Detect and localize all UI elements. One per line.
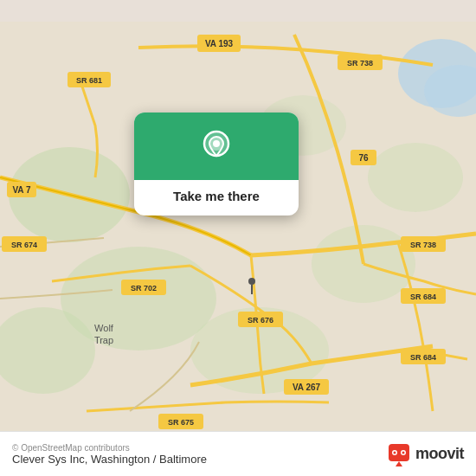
svg-text:76: 76 [358, 153, 369, 163]
moovit-wordmark: moovit [415, 445, 464, 463]
moovit-logo[interactable]: moovit [387, 442, 464, 466]
svg-point-44 [213, 140, 220, 147]
svg-text:SR 684: SR 684 [410, 353, 436, 362]
location-pin-icon [197, 128, 235, 166]
svg-rect-46 [389, 444, 409, 461]
take-me-there-button[interactable]: Take me there [161, 180, 272, 215]
svg-point-40 [248, 278, 255, 285]
moovit-pin-icon [387, 442, 411, 466]
svg-text:SR 676: SR 676 [248, 316, 273, 325]
map-background: VA 193 SR 681 VA 7 VA 7 SR 738 76 SR 674… [0, 0, 476, 476]
bottom-info: © OpenStreetMap contributors Clever Sys … [12, 443, 207, 466]
bottom-bar: © OpenStreetMap contributors Clever Sys … [0, 431, 476, 476]
popup-green-header [134, 113, 299, 180]
map-container: VA 193 SR 681 VA 7 VA 7 SR 738 76 SR 674… [0, 0, 476, 476]
svg-text:SR 738: SR 738 [410, 241, 436, 249]
svg-text:Wolf: Wolf [94, 323, 114, 333]
svg-text:Trap: Trap [94, 335, 113, 345]
svg-text:VA 7: VA 7 [12, 185, 31, 195]
svg-text:SR 684: SR 684 [410, 293, 436, 301]
svg-text:VA 193: VA 193 [205, 39, 234, 48]
popup-card: Take me there [134, 113, 299, 215]
svg-point-50 [402, 451, 404, 453]
svg-text:SR 702: SR 702 [131, 284, 157, 293]
svg-text:VA 267: VA 267 [293, 383, 321, 392]
location-text: Clever Sys Inc, Washington / Baltimore [12, 453, 207, 466]
copyright-text: © OpenStreetMap contributors [12, 443, 207, 453]
svg-point-8 [368, 143, 463, 212]
svg-text:SR 674: SR 674 [11, 241, 37, 249]
svg-point-49 [393, 451, 396, 453]
svg-text:SR 675: SR 675 [168, 418, 194, 427]
svg-text:SR 738: SR 738 [347, 59, 373, 68]
svg-text:SR 681: SR 681 [76, 76, 102, 85]
